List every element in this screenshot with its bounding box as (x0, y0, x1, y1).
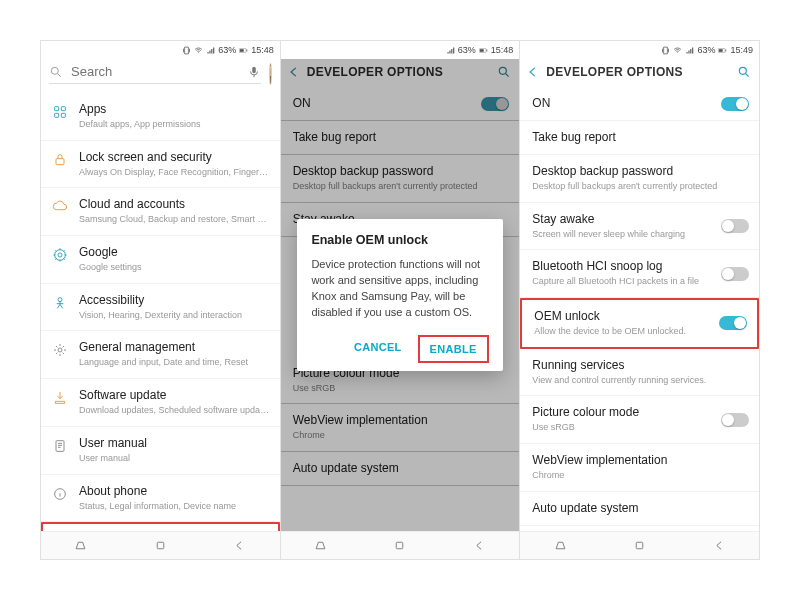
dev-row[interactable]: Bluetooth HCI snoop logCapture all Bluet… (520, 250, 759, 298)
dialog-buttons: CANCEL ENABLE (311, 335, 488, 363)
recents-icon[interactable] (554, 539, 567, 552)
dev-row[interactable]: Picture colour modeUse sRGB (520, 396, 759, 444)
item-label: Software update (79, 388, 270, 403)
settings-item-user-manual[interactable]: User manualUser manual (41, 427, 280, 475)
settings-item-general-management[interactable]: General managementLanguage and input, Da… (41, 331, 280, 379)
battery-pct: 63% (218, 45, 236, 55)
signal-icon (206, 46, 215, 55)
svg-rect-26 (726, 49, 727, 51)
android-navbar (520, 531, 759, 559)
item-icon (51, 102, 69, 120)
recents-icon[interactable] (74, 539, 87, 552)
dev-row[interactable]: Stay awakeScreen will never sleep while … (520, 203, 759, 251)
dev-row[interactable]: Running servicesView and control current… (520, 349, 759, 397)
item-label: Lock screen and security (79, 150, 270, 165)
vibrate-icon (182, 46, 191, 55)
svg-rect-9 (61, 113, 65, 117)
clock: 15:48 (251, 45, 274, 55)
android-navbar (281, 531, 520, 559)
item-label: General management (79, 340, 270, 355)
svg-rect-3 (247, 49, 248, 51)
toggle[interactable] (721, 219, 749, 233)
item-icon (51, 197, 69, 215)
settings-item-about-phone[interactable]: About phoneStatus, Legal information, De… (41, 475, 280, 523)
android-navbar (41, 531, 280, 559)
status-bar: 63% 15:48 (281, 41, 520, 59)
svg-rect-19 (480, 49, 484, 52)
home-icon[interactable] (393, 539, 406, 552)
item-label: Apps (79, 102, 270, 117)
row-on[interactable]: ON (520, 87, 759, 121)
back-icon[interactable] (713, 539, 726, 552)
toggle[interactable] (719, 316, 747, 330)
header-title: DEVELOPER OPTIONS (546, 65, 731, 79)
settings-item-google[interactable]: GoogleGoogle settings (41, 236, 280, 284)
settings-item-software-update[interactable]: Software updateDownload updates, Schedul… (41, 379, 280, 427)
item-icon (51, 388, 69, 406)
settings-item-accessibility[interactable]: AccessibilityVision, Hearing, Dexterity … (41, 284, 280, 332)
item-icon (51, 340, 69, 358)
search-field[interactable] (49, 64, 261, 84)
signal-icon (446, 46, 455, 55)
item-sub: Samsung Cloud, Backup and restore, Smart… (79, 214, 270, 226)
signal-icon (685, 46, 694, 55)
wifi-icon (673, 46, 682, 55)
recents-icon[interactable] (314, 539, 327, 552)
item-sub: Download updates, Scheduled software upd… (79, 405, 270, 417)
dev-row[interactable]: OEM unlockAllow the device to be OEM unl… (520, 298, 759, 349)
toggle[interactable] (721, 413, 749, 427)
settings-item-developer-options[interactable]: Developer optionsDeveloper options (41, 522, 280, 531)
svg-point-0 (198, 52, 199, 53)
svg-rect-15 (56, 440, 64, 451)
battery-pct: 63% (697, 45, 715, 55)
item-sub: Always On Display, Face Recognition, Fin… (79, 167, 270, 179)
master-toggle[interactable] (721, 97, 749, 111)
svg-point-13 (58, 297, 62, 301)
home-icon[interactable] (633, 539, 646, 552)
search-input[interactable] (71, 64, 239, 79)
toggle[interactable] (721, 267, 749, 281)
back-icon[interactable] (473, 539, 486, 552)
svg-rect-17 (157, 542, 164, 549)
search-icon (49, 65, 63, 79)
item-icon (51, 436, 69, 454)
dev-row[interactable]: Auto update system (520, 492, 759, 526)
back-icon[interactable] (233, 539, 246, 552)
dev-row[interactable]: Desktop backup passwordDesktop full back… (520, 155, 759, 203)
phone-dialog: 63% 15:48 DEVELOPER OPTIONS ON Take bug … (281, 40, 521, 560)
svg-point-14 (58, 348, 62, 352)
avatar[interactable] (269, 63, 272, 85)
phone-settings: 63% 15:48 AppsDefault apps, App permissi… (40, 40, 281, 560)
svg-rect-25 (719, 49, 723, 52)
svg-rect-6 (55, 107, 59, 111)
search-icon[interactable] (737, 65, 751, 79)
svg-point-23 (678, 52, 679, 53)
item-sub: Vision, Hearing, Dexterity and interacti… (79, 310, 270, 322)
svg-rect-20 (486, 49, 487, 51)
svg-rect-8 (55, 113, 59, 117)
item-label: Accessibility (79, 293, 270, 308)
search-row (41, 59, 280, 93)
mic-icon[interactable] (247, 65, 261, 79)
devoptions-list[interactable]: Take bug reportDesktop backup passwordDe… (520, 121, 759, 531)
home-icon[interactable] (154, 539, 167, 552)
settings-item-lock-screen-and-security[interactable]: Lock screen and securityAlways On Displa… (41, 141, 280, 189)
settings-item-cloud-and-accounts[interactable]: Cloud and accountsSamsung Cloud, Backup … (41, 188, 280, 236)
oem-unlock-dialog: Enable OEM unlock Device protection func… (297, 219, 502, 371)
back-chevron-icon[interactable] (526, 65, 540, 79)
battery-icon (718, 46, 727, 55)
settings-item-apps[interactable]: AppsDefault apps, App permissions (41, 93, 280, 141)
battery-icon (479, 46, 488, 55)
enable-button[interactable]: ENABLE (418, 335, 489, 363)
dev-row[interactable]: WebView implementationChrome (520, 444, 759, 492)
cancel-button[interactable]: CANCEL (344, 335, 412, 363)
dev-row[interactable]: Take bug report (520, 121, 759, 155)
clock: 15:48 (491, 45, 514, 55)
item-sub: Google settings (79, 262, 270, 274)
item-icon (51, 293, 69, 311)
svg-point-4 (51, 67, 58, 74)
wifi-icon (194, 46, 203, 55)
dialog-body: Device protection functions will not wor… (311, 257, 488, 321)
item-label: User manual (79, 436, 270, 451)
settings-list[interactable]: AppsDefault apps, App permissionsLock sc… (41, 93, 280, 531)
